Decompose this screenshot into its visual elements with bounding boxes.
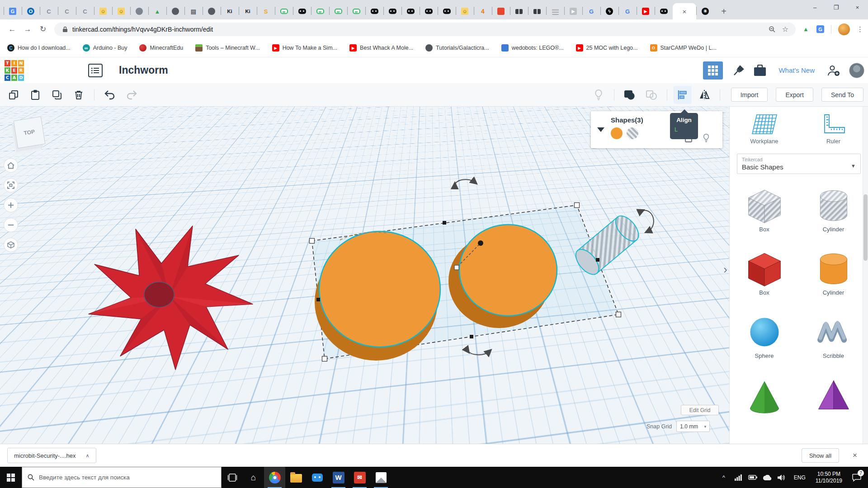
battery-icon[interactable] <box>746 467 759 488</box>
bookmark-item[interactable]: wedobots: LEGO®... <box>501 44 564 52</box>
shape-library-item[interactable]: Box <box>743 186 786 233</box>
sidebar-collapse-handle[interactable]: › <box>723 263 727 277</box>
design-menu-button[interactable] <box>88 64 103 77</box>
color-swatch-hole[interactable] <box>627 127 638 139</box>
ruler-tool[interactable]: Ruler <box>799 114 868 145</box>
microbit-tab[interactable] <box>420 3 438 19</box>
design-canvas[interactable]: TOP <box>0 107 729 444</box>
shape-library-item[interactable]: Cylinder <box>812 186 855 233</box>
shape-library-select[interactable]: Tinkercad Basic Shapes ▼ <box>737 154 861 174</box>
panel-collapse-button[interactable] <box>591 111 611 148</box>
download-menu-caret[interactable]: ∧ <box>82 451 93 460</box>
globe-tab[interactable] <box>203 3 221 19</box>
google-tab[interactable]: G <box>582 3 600 19</box>
forward-button[interactable]: → <box>20 22 35 37</box>
taskbar-search-input[interactable]: Введите здесь текст для поиска <box>22 467 222 488</box>
flame-tab[interactable] <box>492 3 510 19</box>
microbit-tab[interactable] <box>347 3 365 19</box>
url-bar[interactable]: tinkercad.com/things/hVqvv4gDKrB-inchwor… <box>54 23 796 36</box>
tab-close-icon[interactable]: × <box>683 8 687 15</box>
maximize-button[interactable]: ❐ <box>826 0 847 14</box>
align-button[interactable] <box>674 86 692 104</box>
home-view-button[interactable] <box>4 158 18 173</box>
c-tab[interactable]: C <box>40 3 58 19</box>
browser-profile-avatar[interactable] <box>838 23 850 35</box>
paste-button[interactable] <box>26 86 44 104</box>
photos-icon[interactable] <box>370 467 392 488</box>
action-center-button[interactable]: 7 <box>848 467 865 488</box>
redo-button[interactable] <box>123 86 141 104</box>
duplicate-button[interactable] <box>48 86 66 104</box>
translate-extension-icon[interactable]: G <box>816 25 824 33</box>
youtube-tab[interactable]: ▶ <box>637 3 655 19</box>
task-view-button[interactable] <box>222 467 243 488</box>
bookmark-item[interactable]: C How do I download... <box>7 44 71 52</box>
microbit-tab[interactable] <box>655 3 673 19</box>
shape-library-item[interactable]: Scribble <box>812 312 855 359</box>
globe-tab[interactable] <box>166 3 184 19</box>
whats-new-link[interactable]: What's New <box>778 66 815 74</box>
fit-view-button[interactable] <box>4 178 18 192</box>
scrollbar-thumb[interactable] <box>863 194 868 261</box>
volume-icon[interactable] <box>775 467 788 488</box>
microbit-tab[interactable] <box>293 3 311 19</box>
zoom-page-icon[interactable] <box>769 26 776 33</box>
language-indicator[interactable]: ENG <box>790 474 810 481</box>
shape-library-item[interactable]: Sphere <box>743 312 786 359</box>
video-tab[interactable]: ▶ <box>564 3 582 19</box>
shape-library-item[interactable]: Box <box>743 249 786 296</box>
ki-tab[interactable]: Ki <box>239 3 257 19</box>
globe-tab[interactable] <box>130 3 148 19</box>
reload-button[interactable]: ↻ <box>35 22 51 37</box>
bolt-tab[interactable]: ϟ <box>600 3 618 19</box>
onedrive-icon[interactable] <box>761 467 774 488</box>
close-button[interactable]: × <box>847 0 868 14</box>
drive-tab[interactable]: ▲ <box>148 3 166 19</box>
bookmark-item[interactable]: Tutorials/Galacticra... <box>425 44 489 52</box>
zoom-out-button[interactable] <box>4 218 18 232</box>
lightbulb-icon[interactable] <box>703 133 710 143</box>
bookmark-item[interactable]: Tools – Minecraft W... <box>195 44 259 52</box>
browser-menu-icon[interactable]: ⋮ <box>857 25 863 33</box>
drive-extension-icon[interactable]: ▲ <box>802 25 810 33</box>
microbit-tab[interactable] <box>275 3 293 19</box>
bookmark-item[interactable]: O StarCAMP WeDo | L... <box>650 44 717 52</box>
bookmark-item[interactable]: MinecraftEdu <box>139 44 183 52</box>
new-tab-button[interactable]: + <box>717 5 731 18</box>
c-tab[interactable]: C <box>76 3 94 19</box>
download-item[interactable]: microbit-Security-....hex ∧ <box>7 448 96 463</box>
bookmark-item[interactable]: ∞ Arduino - Buy <box>83 44 127 52</box>
shape-library-item[interactable] <box>743 375 786 416</box>
microbit-tab[interactable] <box>311 3 329 19</box>
show-all-downloads-button[interactable]: Show all <box>802 448 839 463</box>
workplane-tool[interactable]: Workplane <box>730 114 799 145</box>
scratch-tab[interactable]: S <box>257 3 275 19</box>
shape-library-item[interactable] <box>812 375 855 416</box>
microbit-tab[interactable] <box>383 3 401 19</box>
add-person-icon[interactable] <box>827 65 840 76</box>
zoom-in-button[interactable] <box>4 198 18 212</box>
show-hidden-button[interactable] <box>590 86 608 104</box>
bookmark-item[interactable]: ▶ Best Whack A Mole... <box>349 44 413 52</box>
robots-pair-tab[interactable] <box>510 3 528 19</box>
red-star-shape[interactable] <box>89 226 253 370</box>
4tronix-tab[interactable]: 4 <box>474 3 492 19</box>
tray-expand-chevron[interactable]: ^ <box>717 467 730 488</box>
color-swatch-orange[interactable] <box>611 127 623 139</box>
back-button[interactable]: ← <box>5 22 20 37</box>
translate-tab[interactable]: G <box>4 3 22 19</box>
google-tab[interactable]: G <box>618 3 637 19</box>
home-app-icon[interactable]: ⌂ <box>243 467 264 488</box>
toolbox-icon[interactable] <box>754 65 766 76</box>
ungroup-button[interactable] <box>642 86 660 104</box>
export-button[interactable]: Export <box>776 88 813 102</box>
word-icon[interactable]: W <box>328 467 349 488</box>
group-button[interactable] <box>621 86 639 104</box>
bookmark-star-icon[interactable]: ☆ <box>782 25 788 33</box>
robot-tab[interactable]: ☺ <box>456 3 474 19</box>
start-button[interactable] <box>0 467 22 488</box>
import-button[interactable]: Import <box>731 88 768 102</box>
c-tab[interactable]: C <box>58 3 76 19</box>
microbit-tab[interactable] <box>329 3 347 19</box>
file-explorer-icon[interactable] <box>285 467 307 488</box>
